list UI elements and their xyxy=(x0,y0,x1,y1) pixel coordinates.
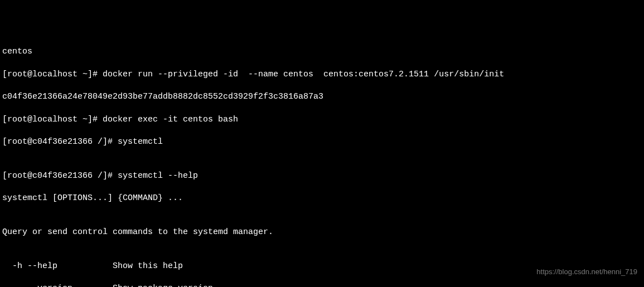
terminal-output[interactable]: centos [root@localhost ~]# docker run --… xyxy=(2,46,642,287)
watermark-text: https://blog.csdn.net/henni_719 xyxy=(536,267,637,277)
terminal-line: --version Show package version xyxy=(2,283,642,287)
terminal-line: [root@localhost ~]# docker exec -it cent… xyxy=(2,114,642,125)
terminal-line: [root@c04f36e21366 /]# systemctl --help xyxy=(2,171,642,182)
terminal-line: centos xyxy=(2,46,642,57)
terminal-line: c04f36e21366a24e78049e2d93be77addb8882dc… xyxy=(2,91,642,103)
terminal-line: [root@localhost ~]# docker run --privile… xyxy=(2,69,642,80)
terminal-line: Query or send control commands to the sy… xyxy=(2,227,642,238)
terminal-line: systemctl [OPTIONS...] {COMMAND} ... xyxy=(2,193,642,204)
terminal-line: [root@c04f36e21366 /]# systemctl xyxy=(2,137,642,148)
